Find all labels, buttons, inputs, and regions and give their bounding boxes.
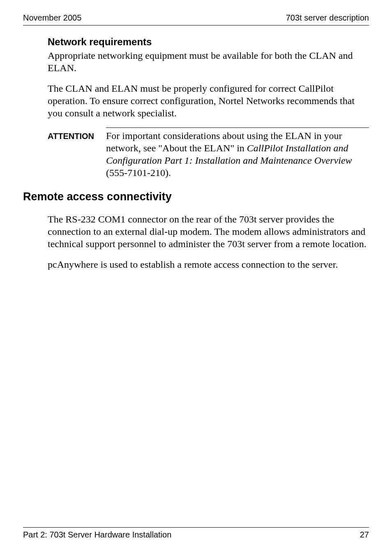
header-left: November 2005 <box>23 13 81 23</box>
para-network-1: Appropriate networking equipment must be… <box>48 49 369 74</box>
footer-right: 27 <box>360 530 369 540</box>
page: November 2005 703t server description Ne… <box>0 0 392 556</box>
attention-body-wrap: For important considerations about using… <box>106 127 369 179</box>
attention-body: For important considerations about using… <box>106 130 352 178</box>
attention-label: ATTENTION <box>48 127 106 141</box>
page-header: November 2005 703t server description <box>23 13 369 25</box>
footer-left: Part 2: 703t Server Hardware Installatio… <box>23 530 171 540</box>
attention-text-post: (555-7101-210). <box>106 167 171 178</box>
header-right: 703t server description <box>286 13 369 23</box>
section-heading-remote-access: Remote access connectivity <box>23 190 369 203</box>
para-remote-1: The RS-232 COM1 connector on the rear of… <box>48 213 369 250</box>
section-heading-network-requirements: Network requirements <box>48 36 369 48</box>
content-area: Network requirements Appropriate network… <box>23 25 369 271</box>
attention-block: ATTENTION For important considerations a… <box>48 127 369 179</box>
page-footer: Part 2: 703t Server Hardware Installatio… <box>23 527 369 540</box>
para-network-2: The CLAN and ELAN must be properly confi… <box>48 82 369 119</box>
para-remote-2: pcAnywhere is used to establish a remote… <box>48 258 369 271</box>
